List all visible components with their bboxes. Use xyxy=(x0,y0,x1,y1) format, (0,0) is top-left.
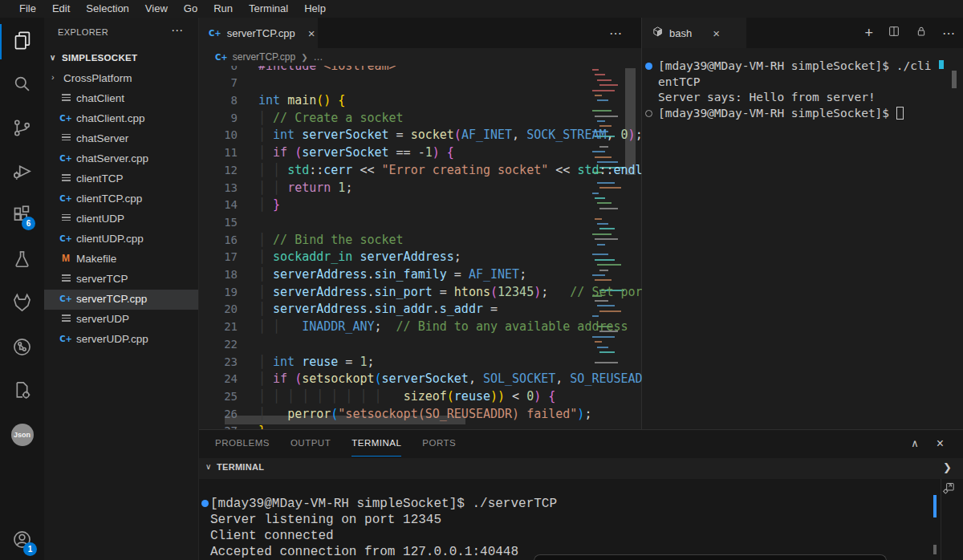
code-text: │ │ INADDR_ANY; // Bind to any available… xyxy=(258,318,628,335)
activitybar-json[interactable]: Json xyxy=(0,417,44,452)
chevron-right-icon[interactable]: ❯ xyxy=(943,461,952,473)
menu-view[interactable]: View xyxy=(137,0,176,18)
file-label: serverUDP xyxy=(76,313,129,325)
editor-tabstrip: C+ serverTCP.cpp × ⋯ xyxy=(199,18,641,48)
json-icon: Json xyxy=(11,424,34,446)
menu-selection[interactable]: Selection xyxy=(78,0,136,18)
tab-close-icon[interactable]: × xyxy=(308,26,315,40)
lock-icon[interactable] xyxy=(915,25,928,41)
code-text: │ serverAddress.sin_family = AF_INET; xyxy=(258,266,526,283)
tab-close-icon[interactable]: × xyxy=(713,26,720,40)
panel-collapse-icon[interactable]: ∧ xyxy=(911,437,919,449)
code-text: │ serverAddress.sin_addr.s_addr = xyxy=(258,300,498,318)
workspace-section[interactable]: ∨ SIMPLESOCKET xyxy=(44,50,198,69)
terminal-scrollbar[interactable] xyxy=(952,71,957,88)
code-line-15: 15 xyxy=(199,213,642,231)
line-number: 20 xyxy=(199,300,238,318)
file-label: clientUDP.cpp xyxy=(76,233,144,245)
code-text: │ sockaddr_in serverAddress; xyxy=(258,248,461,266)
code-editor[interactable]: 6#include <iostream>78int main() {9│ // … xyxy=(199,66,642,429)
activitybar-gitlab[interactable] xyxy=(0,286,44,321)
line-number: 8 xyxy=(199,91,238,109)
code-line-13: 13│ │ return 1; xyxy=(199,179,642,197)
binary-file-icon xyxy=(60,92,71,103)
panel-tab-problems[interactable]: PROBLEMS xyxy=(215,430,270,457)
activitybar-account[interactable]: 1 xyxy=(0,523,44,558)
code-line-25: 25│ │ │ │ │ │ │ │ │ sizeof(reuse)) < 0) … xyxy=(199,388,642,405)
activitybar-extensions[interactable]: 6 xyxy=(0,199,44,234)
explorer-sidebar: EXPLORER ⋯ ∨ SIMPLESOCKET ›CrossPlatform… xyxy=(44,18,199,560)
terminal-section-header[interactable]: ∨ TERMINAL ❯ xyxy=(199,458,963,479)
makefile-icon: M xyxy=(60,253,71,264)
terminal-scrollbar[interactable] xyxy=(933,545,937,554)
more-actions-icon[interactable]: ⋯ xyxy=(942,26,955,41)
activitybar-testing[interactable] xyxy=(0,243,44,278)
file-serverUDP-cpp[interactable]: C+serverUDP.cpp xyxy=(44,330,198,350)
menu-run[interactable]: Run xyxy=(205,0,241,18)
panel-tab-terminal[interactable]: TERMINAL xyxy=(351,430,401,457)
activity-bar: 6 Json 1 xyxy=(0,18,44,560)
terminal-tabstrip: bash × + ⋯ xyxy=(642,18,963,48)
file-Makefile[interactable]: MMakefile xyxy=(44,250,198,270)
new-terminal-icon[interactable]: + xyxy=(864,25,873,42)
file-serverTCP-cpp[interactable]: C+serverTCP.cpp xyxy=(44,290,198,310)
split-editor-icon[interactable] xyxy=(888,25,900,41)
file-clientTCP-cpp[interactable]: C+clientTCP.cpp xyxy=(44,189,198,209)
activitybar-cpp-tools[interactable] xyxy=(0,374,44,409)
terminal-editor-group: bash × + ⋯ [mday39@MDay-VM-RH simpleSock… xyxy=(642,18,963,429)
line-number: 6 xyxy=(199,66,238,75)
activitybar-explorer[interactable] xyxy=(0,24,44,59)
breadcrumb[interactable]: C+ serverTCP.cpp ❯ … xyxy=(199,48,641,66)
menu-help[interactable]: Help xyxy=(296,0,334,18)
editor-more-actions[interactable]: ⋯ xyxy=(609,18,622,48)
code-line-6: 6#include <iostream> xyxy=(199,66,642,75)
file-clientUDP[interactable]: clientUDP xyxy=(44,209,198,229)
explorer-more-actions[interactable]: ⋯ xyxy=(171,23,184,38)
binary-file-icon xyxy=(60,213,71,224)
terminal-line: entTCP xyxy=(658,75,700,88)
tab-serverTCP-cpp[interactable]: C+ serverTCP.cpp × xyxy=(199,18,318,48)
activitybar-dependency-analytics[interactable] xyxy=(0,331,44,366)
gitlab-icon xyxy=(11,291,33,316)
open-terminal-settings-icon[interactable] xyxy=(942,481,956,498)
file-label: clientUDP xyxy=(76,213,124,225)
run-debug-icon xyxy=(11,160,33,185)
file-label: clientTCP.cpp xyxy=(76,193,142,205)
code-line-16: 16│ // Bind the socket xyxy=(199,231,642,249)
panel-close-icon[interactable]: × xyxy=(937,436,944,451)
file-clientTCP[interactable]: clientTCP xyxy=(44,169,198,189)
file-serverUDP[interactable]: serverUDP xyxy=(44,310,198,330)
file-CrossPlatform[interactable]: ›CrossPlatform xyxy=(44,69,198,89)
terminal-bash[interactable]: [mday39@MDay-VM-RH simpleSocket]$ ./clie… xyxy=(642,48,963,429)
menu-file[interactable]: File xyxy=(11,0,44,18)
code-text: } xyxy=(258,422,266,429)
file-chatClient[interactable]: chatClient xyxy=(44,89,198,109)
file-chatServer-cpp[interactable]: C+chatServer.cpp xyxy=(44,149,198,169)
panel-tab-ports[interactable]: PORTS xyxy=(422,430,456,457)
code-line-24: 24│ if (setsockopt(serverSocket, SOL_SOC… xyxy=(199,370,642,388)
file-chatClient-cpp[interactable]: C+chatClient.cpp xyxy=(44,109,198,129)
notification-toast-partial[interactable] xyxy=(534,554,887,560)
line-number: 12 xyxy=(199,161,238,179)
code-line-23: 23│ int reuse = 1; xyxy=(199,353,642,371)
menu-terminal[interactable]: Terminal xyxy=(241,0,296,18)
file-serverTCP[interactable]: serverTCP xyxy=(44,270,198,290)
binary-file-icon xyxy=(60,172,71,184)
terminal-scrollbar-track xyxy=(941,479,941,560)
file-label: chatClient xyxy=(76,92,124,104)
activitybar-run-debug[interactable] xyxy=(0,155,44,190)
menu-edit[interactable]: Edit xyxy=(44,0,78,18)
menu-go[interactable]: Go xyxy=(176,0,205,18)
panel-tab-output[interactable]: OUTPUT xyxy=(291,430,331,457)
circle-branch-icon xyxy=(11,336,33,361)
line-number: 19 xyxy=(199,283,238,301)
activitybar-search[interactable] xyxy=(0,67,44,103)
activitybar-source-control[interactable] xyxy=(0,112,44,147)
terminal-main[interactable]: [mday39@MDay-VM-RH simpleSocket]$ ./serv… xyxy=(199,479,963,560)
code-line-27: 27} xyxy=(199,422,642,429)
code-text: │ serverAddress.sin_port = htons(12345);… xyxy=(258,283,642,301)
file-clientUDP-cpp[interactable]: C+clientUDP.cpp xyxy=(44,229,198,250)
tab-bash[interactable]: bash × xyxy=(642,18,746,48)
file-chatServer[interactable]: chatServer xyxy=(44,129,198,149)
cpp-file-gear-icon xyxy=(11,379,33,404)
